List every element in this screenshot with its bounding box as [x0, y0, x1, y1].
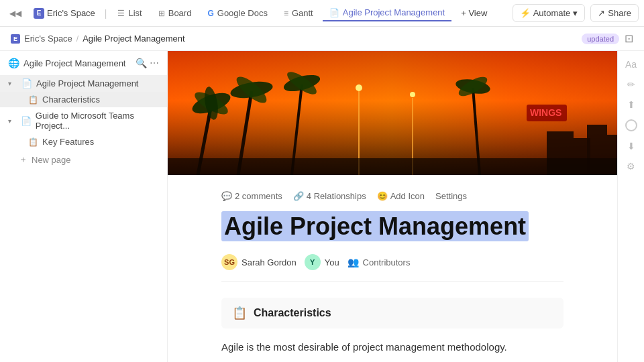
contributors-icon: 👥	[347, 257, 359, 267]
share-icon: ↗	[598, 8, 605, 18]
right-toolbar: Aa ✏ ⬆ ⬇ ⚙	[617, 51, 644, 362]
breadcrumb-separator: /	[76, 34, 78, 44]
back-icon[interactable]: ◀◀	[5, 6, 25, 21]
nav-right: ⚡ Automate ▾ ↗ Share	[513, 4, 639, 22]
updated-badge: updated	[582, 34, 619, 44]
nav-divider: |	[105, 8, 107, 19]
plus-icon: ＋	[19, 154, 28, 166]
content-area: WINGS 💬 2 comments 🔗 4 Relationships	[168, 51, 644, 362]
automate-btn[interactable]: ⚡ Automate ▾	[513, 4, 586, 22]
toggle-agile-icon: ▾	[8, 80, 17, 87]
comments-meta[interactable]: 💬 2 comments	[221, 191, 282, 201]
author-sarah[interactable]: SG Sarah Gordon	[221, 254, 297, 270]
key-features-doc-icon: 📋	[28, 137, 38, 147]
space-icon: E	[34, 8, 44, 19]
globe-icon: 🌐	[8, 58, 19, 68]
relationships-icon: 🔗	[293, 191, 304, 201]
settings-meta[interactable]: Settings	[435, 191, 467, 201]
svg-point-9	[410, 92, 415, 97]
agile-doc-icon: 📄	[21, 78, 32, 88]
tab-list[interactable]: ☰ List	[111, 5, 148, 21]
search-icon[interactable]: 🔍	[136, 58, 147, 68]
google-icon: G	[207, 9, 213, 18]
toggle-ms-teams-icon: ▾	[8, 117, 17, 125]
add-icon-meta[interactable]: 😊 Add Icon	[377, 191, 425, 201]
comments-icon: 💬	[221, 191, 232, 201]
sidebar-subitem-key-features[interactable]: 📋 Key Features	[0, 134, 167, 149]
meta-bar: 💬 2 comments 🔗 4 Relationships 😊 Add Ico…	[221, 191, 564, 201]
hero-image: WINGS	[168, 51, 617, 175]
download-icon[interactable]: ⬇	[627, 141, 635, 152]
new-page-btn[interactable]: ＋ New page	[0, 149, 167, 170]
gantt-icon: ≡	[284, 9, 288, 18]
avatar-you: Y	[305, 254, 321, 270]
doc-body: 💬 2 comments 🔗 4 Relationships 😊 Add Ico…	[168, 175, 617, 362]
characteristics-section: 📋 Characteristics	[221, 298, 564, 328]
edit-icon[interactable]: ✏	[627, 79, 635, 90]
tab-agile[interactable]: 📄 Agile Project Management	[323, 5, 451, 21]
relationships-meta[interactable]: 🔗 4 Relationships	[293, 191, 366, 201]
breadcrumb-space[interactable]: Eric's Space	[24, 34, 72, 44]
main-layout: 🌐 Agile Project Management 🔍 ⋯ ▾ 📄 Agile…	[0, 51, 644, 362]
tab-google-docs[interactable]: G Google Docs	[201, 5, 274, 21]
ms-teams-doc-icon: 📄	[21, 116, 32, 126]
contributors[interactable]: 👥 Contributors	[347, 257, 411, 267]
font-size-icon[interactable]: Aa	[625, 59, 637, 70]
svg-rect-25	[168, 158, 617, 175]
authors-bar: SG Sarah Gordon Y You 👥 Contributors	[221, 254, 564, 282]
characteristics-doc-icon: 📋	[28, 95, 38, 105]
svg-point-7	[356, 84, 362, 91]
sidebar-item-ms-teams[interactable]: ▾ 📄 Guide to Microsoft Teams Project...	[0, 107, 167, 134]
tab-board[interactable]: ⊞ Board	[152, 5, 199, 21]
doc-title[interactable]: Agile Project Management	[221, 211, 529, 241]
breadcrumb-right: updated ⊡	[582, 32, 633, 45]
sidebar: 🌐 Agile Project Management 🔍 ⋯ ▾ 📄 Agile…	[0, 51, 168, 362]
body-text: Agile is the most desirable of project m…	[221, 339, 564, 355]
settings-icon[interactable]: ⚙	[627, 161, 635, 172]
characteristics-icon: 📋	[232, 306, 247, 320]
breadcrumb-bar: E Eric's Space / Agile Project Managemen…	[0, 27, 644, 51]
breadcrumb-space-icon: E	[11, 34, 20, 44]
characteristics-title: Characteristics	[254, 307, 331, 319]
sidebar-header-icons: 🔍 ⋯	[136, 58, 159, 68]
space-nav-item[interactable]: E Eric's Space	[28, 5, 101, 21]
sidebar-subitem-characteristics[interactable]: 📋 Characteristics	[0, 92, 167, 107]
share-toolbar-icon[interactable]: ⬆	[627, 99, 635, 110]
emoji-icon: 😊	[377, 191, 388, 201]
add-view-btn[interactable]: + View	[454, 5, 494, 21]
svg-text:WINGS: WINGS	[530, 107, 561, 118]
avatar-sarah: SG	[221, 254, 237, 270]
breadcrumb-current: Agile Project Management	[83, 34, 184, 44]
list-icon: ☰	[117, 9, 125, 18]
tab-gantt[interactable]: ≡ Gantt	[277, 5, 320, 21]
top-nav: ◀◀ E Eric's Space | ☰ List ⊞ Board G Goo…	[0, 0, 644, 27]
automate-chevron-icon: ▾	[573, 8, 578, 18]
sidebar-more-icon[interactable]: ⋯	[150, 58, 159, 68]
board-icon: ⊞	[158, 9, 165, 18]
share-btn[interactable]: ↗ Share	[590, 4, 639, 22]
circle-btn[interactable]	[625, 119, 637, 131]
doc-icon: 📄	[329, 8, 339, 17]
page-content: WINGS 💬 2 comments 🔗 4 Relationships	[168, 51, 617, 362]
layout-icon[interactable]: ⊡	[625, 32, 633, 45]
author-you[interactable]: Y You	[305, 254, 339, 270]
sidebar-item-agile-pm[interactable]: ▾ 📄 Agile Project Management	[0, 75, 167, 92]
space-name: Eric's Space	[47, 8, 95, 18]
title-wrapper: Agile Project Management	[221, 212, 564, 241]
automate-icon: ⚡	[520, 8, 531, 18]
sidebar-header: 🌐 Agile Project Management 🔍 ⋯	[0, 51, 167, 75]
